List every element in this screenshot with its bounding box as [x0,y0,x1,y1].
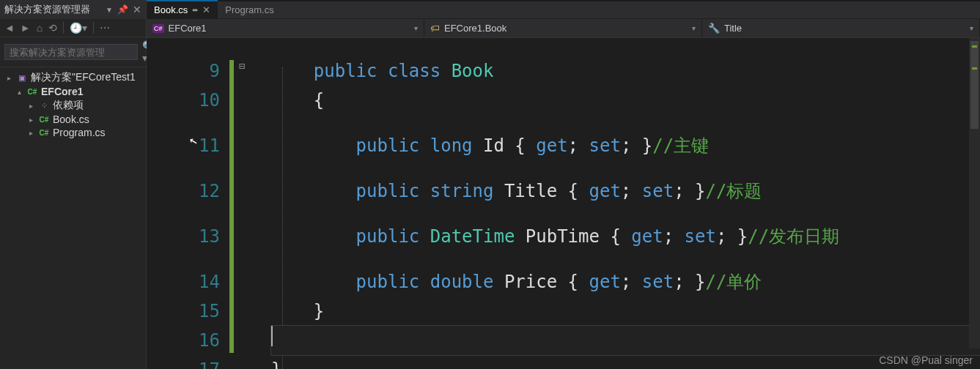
forward-icon[interactable]: ► [21,22,31,34]
code-editor[interactable]: 91011121314151617 ⊟ public class Book { … [147,38,980,369]
solution-explorer-header: 解决方案资源管理器 ▼ 📌 ✕ [0,0,146,19]
solution-label: 解决方案"EFCoreTest1 [31,71,136,84]
fold-minus-icon[interactable]: ⊟ [239,60,245,72]
dependencies-label: 依赖项 [53,99,84,112]
solution-node[interactable]: ▸ ▣ 解决方案"EFCoreTest1 [0,70,146,85]
vertical-scrollbar[interactable] [969,38,980,348]
project-label: EFCore1 [41,86,84,97]
chevron-down-icon: ▾ [414,24,418,32]
home-icon[interactable]: ⌂ [37,22,43,34]
solution-icon: ▣ [16,73,28,83]
code-content[interactable]: public class Book { public long Id { get… [249,38,980,369]
scrollbar-change-mark [972,67,977,70]
editor-area: Book.cs ⬌ ✕ Program.cs C# EFCore1 ▾ 🏷 EF… [147,0,980,369]
change-indicator-bar [229,38,235,369]
expander-collapsed-icon[interactable]: ▸ [26,129,35,137]
csharp-project-icon: C# [26,88,38,96]
expander-collapsed-icon[interactable]: ▸ [26,102,35,110]
dependencies-icon: ⁘ [38,101,50,111]
solution-explorer-title: 解决方案资源管理器 [4,3,101,16]
navigation-bar: C# EFCore1 ▾ 🏷 EFCore1.Book ▾ 🔧 Title ▾ [147,19,980,38]
tab-label: Program.cs [225,4,273,15]
project-node[interactable]: ▴ C# EFCore1 [0,85,146,98]
editor-tabs: Book.cs ⬌ ✕ Program.cs [147,0,980,19]
nav-scope-member[interactable]: 🔧 Title ▾ [702,19,980,37]
nav-label: Title [724,23,742,34]
expander-expanded-icon[interactable]: ▴ [15,88,23,96]
close-icon[interactable]: ✕ [133,4,141,15]
csharp-icon: C# [152,24,164,33]
search-input[interactable] [4,44,138,60]
dependencies-node[interactable]: ▸ ⁘ 依赖项 [0,98,146,113]
pin-icon[interactable]: 📌 [117,4,128,15]
history-icon[interactable]: 🕘▾ [70,22,87,34]
csharp-file-icon: C# [38,129,50,137]
tab-program[interactable]: Program.cs [218,1,281,18]
nav-scope-class[interactable]: 🏷 EFCore1.Book ▾ [424,19,702,37]
expander-collapsed-icon[interactable]: ▸ [26,116,35,124]
chevron-down-icon: ▾ [692,24,696,32]
expander-collapsed-icon[interactable]: ▸ [4,74,13,82]
file-node-program[interactable]: ▸ C# Program.cs [0,126,146,139]
nav-scope-project[interactable]: C# EFCore1 ▾ [147,19,424,37]
line-number-gutter: 91011121314151617 [169,38,229,369]
scrollbar-thumb[interactable] [970,41,979,129]
solution-explorer-panel: 解决方案资源管理器 ▼ 📌 ✕ ◄ ► ⌂ ⟲ 🕘▾ ⋯ 🔍▾ ▸ ▣ 解决方案… [0,0,147,369]
tab-book[interactable]: Book.cs ⬌ ✕ [147,0,218,18]
chevron-down-icon[interactable]: ▼ [106,6,113,14]
csharp-file-icon: C# [38,116,50,124]
more-icon[interactable]: ⋯ [100,22,110,34]
tab-label: Book.cs [154,4,188,15]
back-icon[interactable]: ◄ [4,22,15,34]
solution-tree: ▸ ▣ 解决方案"EFCoreTest1 ▴ C# EFCore1 ▸ ⁘ 依赖… [0,67,146,142]
editor-margin: 91011121314151617 ⊟ [147,38,249,369]
wrench-icon: 🔧 [708,23,720,34]
chevron-down-icon: ▾ [970,24,973,32]
separator [93,22,94,34]
nav-label: EFCore1 [169,23,207,34]
sync-icon[interactable]: ⟲ [48,22,57,34]
close-icon[interactable]: ✕ [202,4,210,15]
nav-label: EFCore1.Book [444,23,506,34]
solution-explorer-search: 🔍▾ [0,37,146,67]
solution-explorer-toolbar: ◄ ► ⌂ ⟲ 🕘▾ ⋯ [0,19,146,37]
pin-icon[interactable]: ⬌ [192,6,198,14]
file-label: Book.cs [53,113,89,125]
separator [63,22,64,34]
file-label: Program.cs [53,127,106,138]
class-icon: 🏷 [430,23,440,34]
file-node-book[interactable]: ▸ C# Book.cs [0,113,146,126]
scrollbar-change-mark [972,45,977,48]
fold-gutter: ⊟ [235,38,249,369]
